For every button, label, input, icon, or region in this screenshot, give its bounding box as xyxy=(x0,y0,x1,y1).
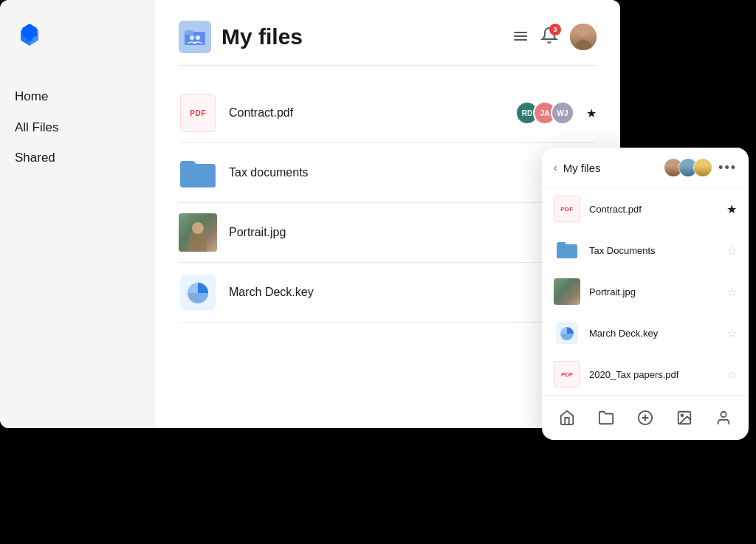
panel-file-item-portrait[interactable]: Portrait.jpg ☆ xyxy=(545,271,746,312)
panel-nav-add[interactable] xyxy=(632,404,659,431)
panel-pdf-icon-2020tax: PDF xyxy=(554,361,580,388)
sidebar-item-shared[interactable]: Shared xyxy=(15,142,140,173)
panel-file-name-march-deck: March Deck.key xyxy=(589,328,726,339)
svg-point-7 xyxy=(190,35,194,40)
panel-file-name-portrait: Portrait.jpg xyxy=(589,286,726,297)
panel-star-tax[interactable]: ☆ xyxy=(726,244,737,258)
svg-point-8 xyxy=(196,35,200,40)
notification-button[interactable]: 3 xyxy=(540,27,558,47)
panel-bottom-nav xyxy=(542,395,749,440)
menu-button[interactable] xyxy=(512,28,529,47)
app-container: Home All Files Shared xyxy=(0,0,620,428)
panel-file-name-2020-tax: 2020_Tax papers.pdf xyxy=(589,369,726,380)
file-name-tax: Tax documents xyxy=(229,166,586,179)
panel-image-icon-portrait xyxy=(554,278,580,305)
user-avatar[interactable] xyxy=(570,24,597,50)
file-item-tax-documents[interactable]: Tax documents ☆ xyxy=(179,143,597,203)
panel-nav-files[interactable] xyxy=(593,404,619,431)
panel-file-list: PDF Contract.pdf ★ Tax Documents ☆ Portr… xyxy=(542,188,749,395)
panel-file-item-tax[interactable]: Tax Documents ☆ xyxy=(545,230,746,271)
panel-file-name-contract: Contract.pdf xyxy=(589,204,726,215)
panel-star-contract[interactable]: ★ xyxy=(726,202,737,216)
panel-file-name-tax: Tax Documents xyxy=(589,245,726,256)
file-name-march-deck: March Deck.key xyxy=(229,286,586,299)
svg-point-20 xyxy=(681,414,683,416)
my-files-folder-icon xyxy=(179,21,211,53)
header-left: My files xyxy=(179,21,303,53)
panel-file-item-2020-tax[interactable]: PDF 2020_Tax papers.pdf ☆ xyxy=(545,354,746,395)
panel-file-item-march-deck[interactable]: March Deck.key ☆ xyxy=(545,312,746,354)
file-icon-keynote xyxy=(179,273,217,311)
svg-point-21 xyxy=(721,412,726,417)
panel-file-item-contract[interactable]: PDF Contract.pdf ★ xyxy=(545,188,746,230)
file-icon-portrait xyxy=(179,213,217,252)
panel-folder-icon-tax xyxy=(554,237,580,264)
page-title: My files xyxy=(221,24,303,49)
mobile-panel: ‹ My files ••• PDF Contract.pdf ★ xyxy=(542,148,749,440)
panel-pdf-icon-contract: PDF xyxy=(554,196,580,222)
notification-badge: 3 xyxy=(549,24,561,35)
panel-nav-photos[interactable] xyxy=(671,404,698,431)
dropbox-logo xyxy=(15,22,140,55)
star-contract[interactable]: ★ xyxy=(586,106,597,120)
sidebar-item-home[interactable]: Home xyxy=(15,81,140,112)
panel-header: ‹ My files ••• xyxy=(542,148,749,188)
panel-keynote-icon-march xyxy=(554,320,580,346)
file-list: PDF Contract.pdf RD JA WJ ★ xyxy=(179,83,597,323)
file-name-contract: Contract.pdf xyxy=(229,106,515,120)
header-actions: 3 xyxy=(512,24,597,50)
panel-back-button[interactable]: ‹ xyxy=(554,162,557,173)
file-item-portrait[interactable]: Portrait.jpg ☆ xyxy=(179,203,597,263)
panel-more-button[interactable]: ••• xyxy=(718,160,737,176)
panel-star-2020tax[interactable]: ☆ xyxy=(726,368,737,382)
main-header: My files 3 xyxy=(179,21,597,66)
sidebar-item-all-files[interactable]: All Files xyxy=(15,112,140,143)
panel-title: My files xyxy=(563,162,664,174)
panel-nav-account[interactable] xyxy=(710,404,737,431)
panel-star-march[interactable]: ☆ xyxy=(726,326,737,340)
file-avatars-contract: RD JA WJ xyxy=(515,101,574,125)
panel-avatars xyxy=(664,158,712,177)
file-item-contract[interactable]: PDF Contract.pdf RD JA WJ ★ xyxy=(179,83,597,143)
sidebar: Home All Files Shared xyxy=(0,0,155,428)
file-icon-pdf: PDF xyxy=(179,94,217,132)
panel-star-portrait[interactable]: ☆ xyxy=(726,285,737,299)
svg-rect-6 xyxy=(185,30,193,35)
file-item-march-deck[interactable]: March Deck.key ☆ xyxy=(179,263,597,323)
file-name-portrait: Portrait.jpg xyxy=(229,226,586,239)
file-icon-folder-tax xyxy=(179,154,217,192)
panel-nav-home[interactable] xyxy=(554,404,580,431)
